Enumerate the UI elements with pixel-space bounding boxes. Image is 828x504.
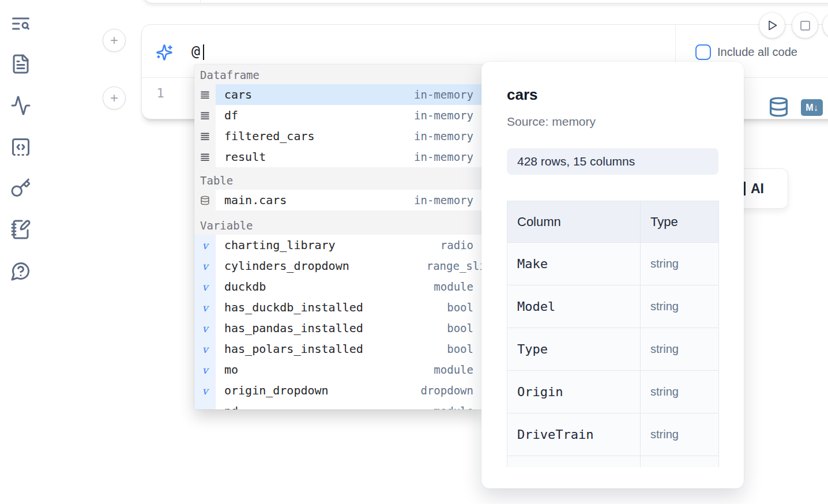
autocomplete-item-type: module (434, 405, 483, 409)
variable-icon: v (194, 359, 216, 380)
column-type-cell: string (641, 328, 718, 370)
previous-cell (143, 0, 828, 3)
autocomplete-item-type: in-memory (414, 194, 483, 206)
notebook-page: + + @ Include all code 1 M↓ AI Dataframe… (0, 0, 828, 504)
rows-icon (194, 84, 216, 105)
autocomplete-item-type: module (434, 280, 483, 293)
stop-button[interactable] (792, 13, 818, 38)
autocomplete-item[interactable]: carsin-memory (194, 84, 483, 105)
add-cell-button-top[interactable]: + (103, 29, 126, 52)
autocomplete-section-header: Dataframe (194, 65, 483, 84)
autocomplete-item-content: main.carsin-memory (216, 190, 483, 210)
activity-icon[interactable] (10, 95, 31, 116)
run-cell-button[interactable] (759, 13, 785, 38)
autocomplete-item-type: in-memory (414, 109, 483, 122)
dataframe-preview-panel: cars Source: memory 428 rows, 15 columns… (481, 62, 744, 488)
autocomplete-item-content: filtered_carsin-memory (216, 126, 483, 146)
table-row: Originstring (507, 370, 718, 413)
autocomplete-item-content: origin_dropdowndropdown (216, 380, 483, 401)
autocomplete-item-content: has_pandas_installedbool (216, 318, 483, 338)
autocomplete-item[interactable]: vhas_duckdb_installedbool (194, 297, 483, 318)
notebook-pen-icon[interactable] (10, 219, 31, 240)
variable-icon: v (194, 380, 216, 401)
help-chat-icon[interactable] (10, 261, 31, 281)
autocomplete-item-type: bool (447, 343, 483, 355)
autocomplete-item-type: bool (447, 301, 483, 314)
preview-shape-badge: 428 rows, 15 columns (507, 148, 718, 175)
sparkles-icon (156, 44, 173, 61)
database-icon[interactable] (768, 96, 789, 118)
ai-prompt-input[interactable]: @ (191, 42, 200, 61)
autocomplete-item-content: cylinders_dropdownrange_slider (216, 255, 483, 276)
variable-icon: v (194, 318, 216, 338)
column-name-cell: Make (507, 243, 641, 285)
column-name-cell: Type (507, 328, 641, 370)
autocomplete-item-name: result (216, 150, 266, 164)
ai-button-label: AI (751, 181, 764, 197)
autocomplete-item[interactable]: filtered_carsin-memory (194, 126, 483, 146)
variable-icon: v (194, 401, 216, 409)
autocomplete-item-name: origin_dropdown (216, 383, 329, 397)
autocomplete-item[interactable]: vorigin_dropdowndropdown (194, 380, 483, 401)
key-icon[interactable] (10, 178, 31, 198)
autocomplete-item-type: range_slider (427, 259, 483, 272)
autocomplete-item[interactable]: vhas_pandas_installedbool (194, 318, 483, 338)
variable-icon: v (202, 239, 208, 251)
autocomplete-item[interactable]: vhas_polars_installedbool (194, 338, 483, 359)
variable-icon: v (194, 338, 216, 359)
variable-icon: v (202, 385, 208, 397)
autocomplete-item[interactable]: main.carsin-memory (194, 190, 483, 210)
autocomplete-item[interactable]: resultin-memory (194, 146, 483, 167)
autocomplete-item[interactable]: vcharting_libraryradio (194, 235, 483, 255)
preview-schema-table[interactable]: ColumnTypeMakestringModelstringTypestrin… (507, 201, 719, 467)
variable-icon: v (202, 281, 208, 293)
autocomplete-item[interactable]: vpdmodule (194, 401, 483, 409)
preview-source: Source: memory (507, 115, 596, 129)
column-name-cell: Model (507, 285, 641, 328)
autocomplete-item[interactable]: vduckdbmodule (194, 276, 483, 297)
add-cell-button-bottom[interactable]: + (103, 86, 126, 110)
autocomplete-item-type: module (434, 363, 483, 376)
autocomplete-item[interactable]: vmomodule (194, 359, 483, 380)
column-name-cell: DriveTrain (507, 413, 641, 456)
line-number: 1 (151, 86, 170, 100)
autocomplete-item-name: cylinders_dropdown (216, 259, 349, 273)
column-name-cell: Origin (507, 371, 641, 413)
variable-icon: v (202, 302, 208, 314)
table-header-cell: Type (641, 201, 718, 242)
variable-icon: v (194, 235, 216, 255)
table-row: DriveTrainstring (507, 413, 718, 456)
database-icon (194, 190, 216, 210)
variable-icon: v (194, 255, 216, 276)
play-icon (765, 18, 779, 32)
autocomplete-section-header: Variable (194, 210, 483, 235)
code-square-icon[interactable] (10, 137, 31, 157)
autocomplete-item-name: main.cars (216, 193, 287, 207)
column-type-cell: string (641, 285, 718, 328)
autocomplete-dropdown: Dataframecarsin-memorydfin-memoryfiltere… (194, 65, 483, 409)
autocomplete-item-name: duckdb (216, 280, 266, 294)
table-header-cell: Column (507, 201, 641, 242)
markdown-icon[interactable]: M↓ (801, 99, 823, 116)
autocomplete-item-content: has_duckdb_installedbool (216, 297, 483, 318)
autocomplete-item-type: in-memory (414, 88, 483, 101)
stop-icon (800, 21, 810, 31)
clipped-glyph (744, 182, 746, 195)
rows-icon (194, 105, 216, 126)
table-row-partial (507, 456, 718, 467)
autocomplete-item[interactable]: dfin-memory (194, 105, 483, 126)
variable-icon: v (194, 297, 216, 318)
autocomplete-item-type: bool (447, 322, 483, 334)
text-search-icon[interactable] (10, 13, 31, 34)
preview-title: cars (507, 86, 538, 104)
column-type-cell: string (641, 371, 718, 413)
variable-icon: v (202, 405, 208, 410)
table-row: Makestring (507, 242, 718, 285)
cell-gutter-divider (200, 0, 201, 3)
include-all-code-checkbox[interactable] (695, 44, 711, 60)
autocomplete-item-name: has_polars_installed (216, 342, 363, 356)
autocomplete-item-content: dfin-memory (216, 105, 483, 126)
autocomplete-item[interactable]: vcylinders_dropdownrange_slider (194, 255, 483, 276)
file-text-icon[interactable] (10, 54, 31, 74)
autocomplete-item-content: carsin-memory (216, 84, 483, 105)
